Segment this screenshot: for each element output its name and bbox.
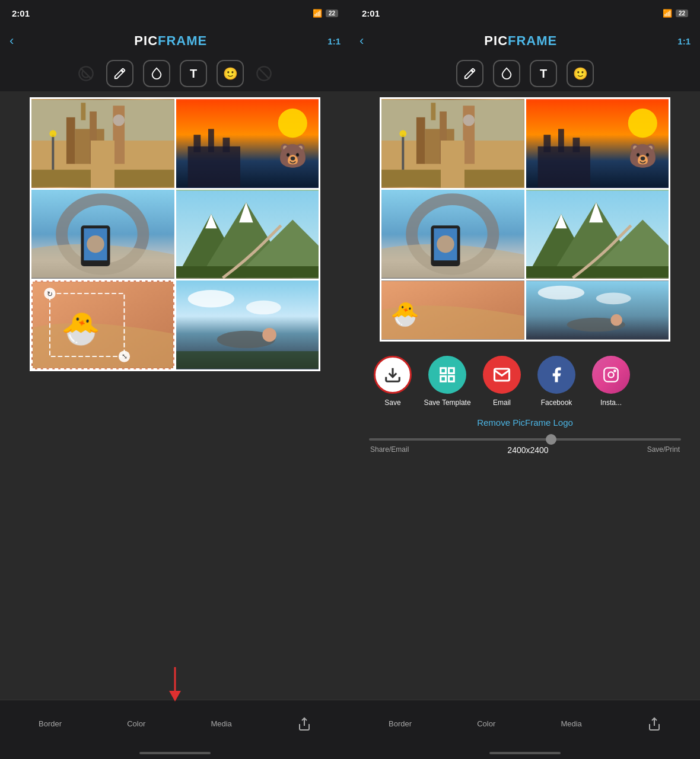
toolbar-right: T 🙂 (350, 56, 700, 91)
instagram-share-btn[interactable]: Insta... (587, 356, 635, 407)
svg-rect-52 (416, 117, 425, 164)
title-frame-left: FRAME (158, 33, 207, 48)
grid-cell-castle-left (31, 99, 174, 188)
svg-rect-6 (66, 117, 75, 164)
svg-text:🐻: 🐻 (628, 142, 657, 170)
emoji-btn-left[interactable]: 🙂 (217, 60, 244, 87)
svg-text:↻: ↻ (47, 291, 53, 298)
remove-logo-text: Remove PicFrame Logo (477, 417, 573, 428)
title-frame-right: FRAME (508, 33, 557, 48)
svg-point-10 (113, 114, 125, 126)
camera-disabled-left (75, 63, 97, 84)
svg-point-26 (87, 235, 104, 253)
svg-rect-90 (449, 377, 454, 382)
tab-media-left[interactable]: Media (211, 719, 231, 728)
arrow-indicator (163, 667, 187, 703)
svg-rect-58 (381, 170, 524, 187)
svg-point-86 (610, 314, 622, 326)
canvas-left: 🐻 (0, 91, 350, 700)
status-bar-right: 2:01 📶 22 (350, 0, 700, 26)
left-panel: 2:01 📶 22 ‹ PICFRAME 1:1 (0, 0, 350, 759)
email-circle (483, 356, 521, 394)
emoji-btn-right[interactable]: 🙂 (567, 60, 594, 87)
tab-bar-left: Border Color Media (0, 700, 350, 747)
grid-cell-mountains-right (526, 190, 669, 279)
wifi-icon-right: 📶 (663, 9, 672, 18)
home-indicator-right (350, 747, 700, 759)
text-btn-left[interactable]: T (180, 60, 207, 87)
tab-media-label-right: Media (561, 719, 581, 728)
grid-cell-partial-left: 🐣 (381, 280, 524, 340)
share-buttons-row: Save Save Template (369, 351, 681, 412)
draw-btn-right[interactable] (456, 60, 483, 87)
grid-cell-partial-right (526, 280, 669, 340)
back-button-right[interactable]: ‹ (359, 33, 364, 49)
svg-rect-54 (440, 111, 447, 164)
app-title-right: PICFRAME (484, 33, 557, 49)
svg-point-56 (463, 114, 475, 126)
drop-btn-right[interactable] (493, 60, 520, 87)
tab-media-right[interactable]: Media (561, 719, 581, 728)
facebook-share-btn[interactable]: Facebook (533, 356, 580, 407)
home-bar-right (489, 752, 561, 754)
save-share-btn[interactable]: Save (369, 356, 416, 407)
toolbar-left: T 🙂 (0, 56, 350, 91)
svg-rect-11 (81, 103, 85, 120)
email-share-btn[interactable]: Email (478, 356, 526, 407)
title-pic-left: PIC (134, 33, 158, 48)
title-pic-right: PIC (484, 33, 508, 48)
right-content: 🐻 (359, 97, 691, 469)
camera2-disabled-left (253, 63, 275, 84)
grid-cell-sticker-left: 🐣 ↻ ⤡ (31, 280, 174, 369)
tab-share-left[interactable] (297, 717, 311, 731)
grid-cell-airplane-right (381, 190, 524, 279)
quality-slider-container: Share/Email 2400x2400 Save/Print (369, 431, 681, 460)
drop-btn-left[interactable] (143, 60, 170, 87)
tab-color-left[interactable]: Color (127, 719, 145, 728)
ratio-right: 1:1 (677, 36, 691, 46)
time-right: 2:01 (362, 8, 380, 18)
tab-color-label-right: Color (477, 719, 495, 728)
quality-slider-thumb[interactable] (546, 434, 556, 445)
battery-left: 22 (326, 9, 338, 17)
share-icon-left (297, 717, 311, 731)
svg-rect-92 (604, 368, 618, 381)
save-circle (374, 356, 412, 394)
tab-border-left[interactable]: Border (39, 719, 62, 728)
remove-logo-btn[interactable]: Remove PicFrame Logo (369, 412, 681, 431)
svg-rect-88 (441, 368, 446, 374)
slider-labels: Share/Email 2400x2400 Save/Print (369, 445, 681, 455)
grid-cell-sunset-right: 🐻 (526, 99, 669, 188)
app-title-left: PICFRAME (134, 33, 207, 49)
svg-rect-33 (176, 266, 319, 278)
svg-rect-13 (52, 135, 54, 170)
svg-point-42 (187, 290, 234, 307)
home-bar-left (139, 752, 211, 754)
svg-rect-57 (431, 103, 435, 120)
svg-point-43 (246, 301, 281, 315)
tab-border-right[interactable]: Border (389, 719, 412, 728)
draw-btn-left[interactable] (106, 60, 133, 87)
instagram-label: Insta... (600, 398, 622, 407)
svg-rect-91 (441, 377, 446, 382)
text-btn-right[interactable]: T (530, 60, 557, 87)
quality-slider-track (369, 438, 681, 441)
status-icons-right: 📶 22 (663, 9, 688, 18)
nav-bar-right: ‹ PICFRAME 1:1 (350, 26, 700, 56)
svg-point-83 (537, 286, 584, 300)
svg-point-94 (614, 370, 615, 371)
svg-point-72 (437, 235, 454, 253)
tab-share-right[interactable] (647, 717, 661, 731)
time-left: 2:01 (12, 8, 30, 18)
back-button-left[interactable]: ‹ (9, 33, 14, 49)
template-label: Save Template (424, 398, 470, 407)
tab-media-label-left: Media (211, 719, 231, 728)
svg-rect-46 (176, 351, 319, 368)
save-template-btn[interactable]: Save Template (424, 356, 471, 407)
status-bar-left: 2:01 📶 22 (0, 0, 350, 26)
svg-rect-63 (537, 146, 590, 187)
tab-color-right[interactable]: Color (477, 719, 495, 728)
slider-center-label: 2400x2400 (507, 445, 548, 455)
status-icons-left: 📶 22 (313, 9, 338, 18)
svg-marker-48 (169, 691, 181, 701)
